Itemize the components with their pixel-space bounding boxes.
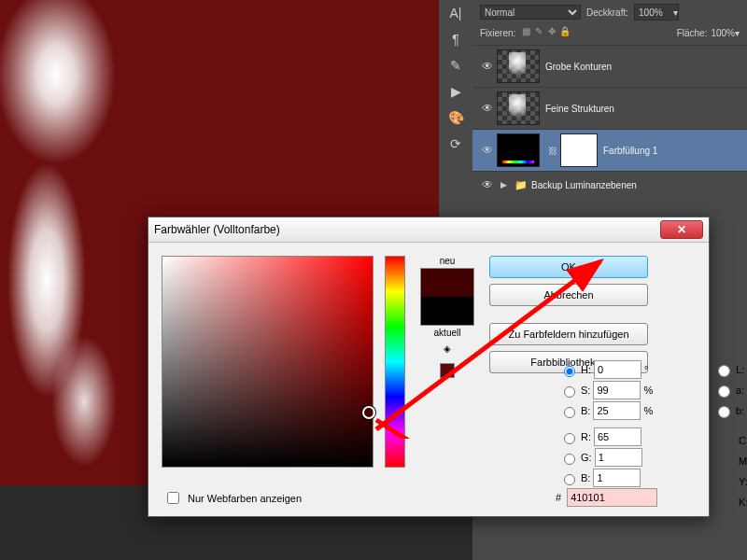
current-color-label: aktuell [434,328,461,338]
canvas-artwork [0,0,159,485]
hex-label: # [556,492,561,503]
layer-row[interactable]: 👁 Grobe Konturen [472,45,747,87]
bri-input[interactable] [593,401,641,420]
g-input[interactable] [595,448,642,467]
cmyk-fields: C:% M:% Y:% K:% [739,430,747,512]
hue-input[interactable] [594,360,641,379]
visibility-toggle-icon[interactable]: 👁 [478,178,497,191]
swatches-icon[interactable]: 🎨 [439,105,472,131]
close-button[interactable]: ✕ [660,220,703,239]
lock-move-icon[interactable]: ✥ [545,26,558,39]
hue-slider[interactable] [385,256,405,468]
visibility-toggle-icon[interactable]: 👁 [478,102,497,115]
layer-row[interactable]: 👁 ⛓ Farbfüllung 1 [472,129,747,171]
add-swatch-button[interactable]: Zu Farbfeldern hinzufügen [489,323,648,345]
fill-layer-thumbnail[interactable] [497,133,540,167]
fill-value[interactable]: 100%▾ [711,28,740,38]
dialog-titlebar[interactable]: Farbwähler (Volltonfarbe) ✕ [148,217,709,243]
bri-radio[interactable] [564,407,575,418]
b-input[interactable] [593,469,641,487]
sat-input[interactable] [593,381,641,399]
history-icon[interactable]: ⟳ [439,131,472,157]
lab-b-radio[interactable] [718,406,730,418]
lab-fields: L: a: b: [713,359,747,421]
r-radio[interactable] [564,433,575,444]
lock-transparency-icon[interactable]: ▦ [519,26,532,39]
layer-name: Feine Strukturen [545,104,614,114]
blend-mode-select[interactable]: Normal [480,5,581,20]
layer-name: Farbfüllung 1 [603,146,657,156]
L-radio[interactable] [718,365,730,377]
new-color-label: neu [440,256,456,266]
lock-paint-icon[interactable]: ✎ [532,26,545,39]
layer-thumbnail[interactable] [497,91,540,125]
sv-cursor [362,406,375,419]
g-radio[interactable] [564,454,575,465]
warning-swatch[interactable] [440,363,455,378]
color-preview [420,268,474,326]
type-tool-icon[interactable]: A| [439,0,472,26]
dialog-title: Farbwähler (Volltonfarbe) [154,223,660,236]
sat-radio[interactable] [564,386,575,398]
layer-thumbnail[interactable] [497,49,540,83]
link-icon: ⛓ [548,146,557,156]
lock-all-icon[interactable]: 🔒 [558,26,571,39]
web-colors-row: Nur Webfarben anzeigen [163,489,302,507]
brush-tool-icon[interactable]: ✎ [439,52,472,78]
chevron-right-icon[interactable]: ▶ [500,180,507,189]
color-picker-dialog: Farbwähler (Volltonfarbe) ✕ neu aktuell … [148,217,710,517]
visibility-toggle-icon[interactable]: 👁 [478,144,497,157]
hue-radio[interactable] [564,366,575,377]
current-color-swatch[interactable] [421,297,473,325]
web-only-label: Nur Webfarben anzeigen [188,493,302,504]
new-color-swatch [421,269,473,297]
saturation-value-picker[interactable] [162,256,374,468]
cube-icon[interactable]: ◈ [444,343,451,354]
ok-button[interactable]: OK [489,256,648,278]
cancel-button[interactable]: Abbrechen [489,284,648,306]
r-input[interactable] [594,427,641,446]
a-radio[interactable] [718,385,730,398]
layer-mask-thumbnail[interactable] [560,133,598,167]
tool-sidebar: A| ¶ ✎ ▶ 🎨 ⟳ [439,0,473,243]
play-icon[interactable]: ▶ [439,78,472,105]
layer-row[interactable]: 👁 Feine Strukturen [472,87,747,129]
group-name: Backup Luminanzebenen [531,180,637,190]
lock-icons: ▦✎✥🔒 [519,26,571,39]
hsb-rgb-fields: H:° S:% B:% R: G: B: [559,359,653,488]
folder-icon: 📁 [514,179,528,191]
hex-input[interactable] [567,488,657,507]
opacity-value[interactable]: 100%▾ [634,4,679,21]
lock-label: Fixieren: [480,28,515,38]
web-only-checkbox[interactable] [167,492,179,504]
fill-label: Fläche: [677,28,708,38]
layer-group-row[interactable]: 👁 ▶ 📁 Backup Luminanzebenen [472,171,747,198]
layer-name: Grobe Konturen [545,62,612,72]
visibility-toggle-icon[interactable]: 👁 [478,60,497,73]
b-radio[interactable] [564,474,575,485]
paragraph-tool-icon[interactable]: ¶ [439,26,472,52]
opacity-label: Deckkraft: [586,7,628,18]
